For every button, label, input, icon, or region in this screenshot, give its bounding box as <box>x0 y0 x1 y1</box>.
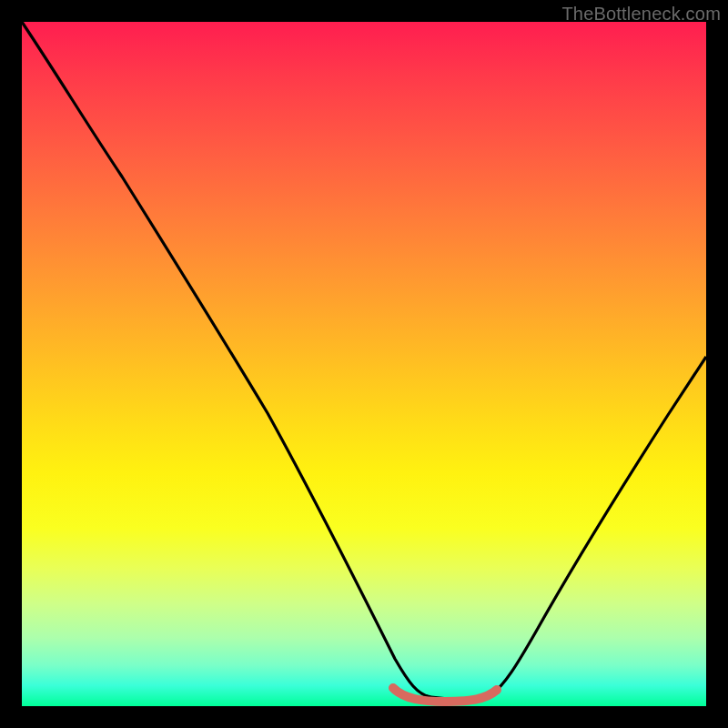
bottleneck-curve <box>22 22 706 699</box>
optimal-band <box>393 688 497 702</box>
chart-container: TheBottleneck.com <box>0 0 728 728</box>
plot-area <box>22 22 706 706</box>
chart-svg <box>22 22 706 706</box>
